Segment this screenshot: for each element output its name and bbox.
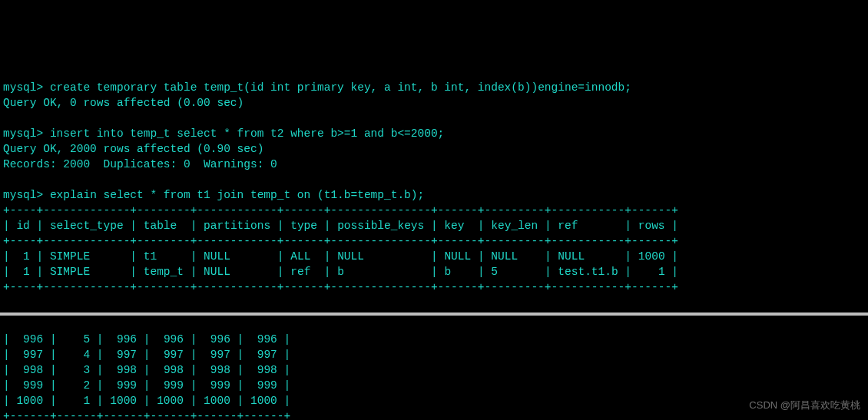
cell: 5 (491, 266, 498, 278)
col-ref: ref (558, 220, 578, 232)
cell: 996 (23, 333, 43, 346)
terminal-output: mysql> create temporary table temp_t(id … (3, 64, 865, 295)
insert-stats: Records: 2000 Duplicates: 0 Warnings: 0 (3, 158, 277, 170)
cell: test.t1.b (558, 266, 618, 278)
col-key-len: key_len (491, 220, 538, 232)
col-key: key (444, 220, 464, 232)
cell: 1000 (110, 395, 137, 407)
query-ok-create: Query OK, 0 rows affected (0.00 sec) (3, 97, 244, 109)
cell: 1000 (250, 395, 277, 407)
cell: 999 (117, 379, 137, 392)
cell: 998 (23, 364, 43, 376)
cell: 998 (210, 364, 230, 376)
cell: 1000 (157, 395, 184, 407)
cell: 999 (210, 379, 230, 392)
col-table: table (144, 220, 177, 232)
watermark: CSDN @阿昌喜欢吃黄桃 (749, 399, 860, 412)
cell: NULL (204, 266, 230, 278)
mysql-prompt: mysql> (3, 81, 43, 94)
query-ok-insert: Query OK, 2000 rows affected (0.90 sec) (3, 143, 263, 155)
cell: 996 (117, 333, 137, 346)
col-possible-keys: possible_keys (337, 220, 424, 232)
cell: NULL (491, 250, 518, 263)
cell: 4 (83, 349, 90, 361)
cell: 1000 (204, 395, 230, 407)
cell: 997 (257, 349, 277, 361)
cell: 996 (210, 333, 230, 346)
cell: 997 (210, 349, 230, 361)
cell: 2 (83, 379, 90, 392)
cell: ref (290, 266, 310, 278)
cell: 1 (658, 266, 665, 278)
cell: NULL (337, 250, 364, 263)
col-id: id (16, 220, 29, 232)
cell: 1000 (638, 250, 665, 263)
cell: 999 (257, 379, 277, 392)
cell: temp_t (144, 266, 184, 278)
cell: b (337, 266, 344, 278)
cell: 5 (83, 333, 90, 346)
explain-table-border-bot: +----+-------------+--------+-----------… (3, 281, 678, 293)
explain-table-border-mid: +----+-------------+--------+-----------… (3, 235, 678, 247)
col-type: type (290, 220, 317, 232)
cell: ALL (290, 250, 310, 263)
cell: NULL (444, 250, 471, 263)
mysql-prompt: mysql> (3, 189, 43, 201)
explain-table-border-top: +----+-------------+--------+-----------… (3, 204, 678, 217)
col-select-type: select_type (50, 220, 124, 232)
col-rows: rows (638, 220, 665, 232)
cell: 999 (23, 379, 43, 392)
cell: 997 (23, 349, 43, 361)
cell: SIMPLE (50, 266, 90, 278)
cell: 999 (164, 379, 184, 392)
cell: 1000 (16, 395, 43, 407)
cell: 996 (164, 333, 184, 346)
cell: b (444, 266, 451, 278)
cell: 1 (83, 395, 90, 407)
cell: 1 (23, 266, 30, 278)
cell: 997 (117, 349, 137, 361)
cell: 998 (257, 364, 277, 376)
cell: SIMPLE (50, 250, 90, 263)
col-partitions: partitions (204, 220, 270, 232)
cell: NULL (558, 250, 585, 263)
sql-explain: explain select * from t1 join temp_t on … (50, 189, 424, 201)
cell: 1 (23, 250, 30, 263)
cell: 997 (164, 349, 184, 361)
cell: 3 (83, 364, 90, 376)
sql-insert: insert into temp_t select * from t2 wher… (50, 127, 444, 140)
cell: t1 (144, 250, 157, 263)
cell: 998 (164, 364, 184, 376)
cell: 998 (117, 364, 137, 376)
cell: 996 (257, 333, 277, 346)
mysql-prompt: mysql> (3, 127, 43, 140)
sql-create-temp-table: create temporary table temp_t(id int pri… (50, 81, 631, 94)
screenshot-divider (0, 313, 868, 316)
result-table-border-bot: +------+------+------+------+------+----… (3, 410, 290, 420)
result-tail: | 996 | 5 | 996 | 996 | 996 | 996 | | 99… (3, 332, 865, 420)
cell: NULL (204, 250, 230, 263)
